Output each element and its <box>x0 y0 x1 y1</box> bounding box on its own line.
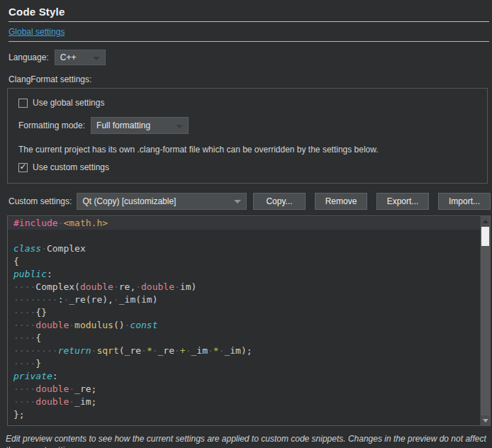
formatting-mode-row: Formatting mode: Full formatting <box>18 117 477 134</box>
language-select[interactable]: C++ <box>55 50 106 65</box>
code-line: ····{} <box>13 306 480 319</box>
code-line: { <box>13 255 480 268</box>
chevron-down-icon <box>176 125 183 128</box>
code-line: ····{ <box>13 332 480 345</box>
custom-settings-label: Custom settings: <box>9 196 72 206</box>
page-header: Code Style <box>9 6 489 22</box>
code-editor-content[interactable]: #include·<math.h>class·Complex{public:··… <box>8 217 480 425</box>
use-custom-settings-label: Use custom settings <box>33 162 109 172</box>
code-line: ····} <box>13 357 480 370</box>
code-line: public: <box>13 268 480 281</box>
page-title: Code Style <box>9 6 489 18</box>
preview-hint-text: Edit preview contents to see how the cur… <box>6 433 486 448</box>
custom-settings-buttons: Copy... Remove Export... Import... <box>253 193 491 210</box>
scrollbar-thumb[interactable] <box>481 227 489 246</box>
global-settings-link-row: Global settings <box>9 22 489 42</box>
scroll-down-button[interactable] <box>481 415 490 425</box>
use-custom-settings-checkbox[interactable]: ✓ Use custom settings <box>18 162 477 172</box>
language-label: Language: <box>9 52 49 62</box>
code-preview-editor[interactable]: #include·<math.h>class·Complex{public:··… <box>7 215 491 426</box>
code-line: private: <box>13 370 480 383</box>
language-selected-value: C++ <box>60 52 77 62</box>
triangle-up-icon <box>483 220 488 223</box>
vertical-scrollbar[interactable] <box>480 216 490 425</box>
code-line: ········return·sqrt(_re·*·_re·+·_im·*·_i… <box>13 345 480 357</box>
checkbox-unchecked-icon <box>18 99 28 108</box>
chevron-down-icon <box>93 57 100 60</box>
code-line: class·Complex <box>13 242 480 255</box>
copy-button[interactable]: Copy... <box>253 193 306 210</box>
global-settings-link[interactable]: Global settings <box>9 27 65 37</box>
code-line: ········:·_re(re),·_im(im) <box>13 293 480 306</box>
code-line: ····Complex(double·re,·double·im) <box>13 281 480 293</box>
formatting-mode-selected-value: Full formatting <box>96 121 150 130</box>
language-row: Language: C++ <box>9 50 492 65</box>
clang-format-file-note: The current project has its own .clang-f… <box>18 145 477 155</box>
clangformat-settings-label: ClangFormat settings: <box>9 74 492 84</box>
triangle-down-icon <box>483 419 488 422</box>
code-line: ····double·_im; <box>13 396 480 408</box>
code-line: #include·<math.h> <box>8 217 480 230</box>
use-global-settings-label: Use global settings <box>33 98 104 108</box>
custom-settings-row: Custom settings: Qt (Copy) [customizable… <box>9 193 491 210</box>
formatting-mode-label: Formatting mode: <box>18 121 85 130</box>
clangformat-settings-group: Use global settings Formatting mode: Ful… <box>7 88 488 184</box>
export-button[interactable]: Export... <box>376 193 429 210</box>
scroll-up-button[interactable] <box>481 216 490 226</box>
formatting-mode-select[interactable]: Full formatting <box>91 117 189 134</box>
custom-settings-select[interactable]: Qt (Copy) [customizable] <box>77 193 247 210</box>
code-line: ····double·modulus()·const <box>13 319 480 332</box>
code-line: ····double·_re; <box>13 383 480 396</box>
import-button[interactable]: Import... <box>438 193 491 210</box>
remove-button[interactable]: Remove <box>315 193 367 210</box>
code-style-settings-page: Code Style Global settings Language: C++… <box>0 6 492 448</box>
checkbox-checked-icon: ✓ <box>18 163 28 172</box>
code-line: }; <box>13 408 480 421</box>
code-line <box>13 230 480 242</box>
checkmark-glyph: ✓ <box>19 163 26 171</box>
use-global-settings-checkbox[interactable]: Use global settings <box>18 98 477 108</box>
custom-settings-selected-value: Qt (Copy) [customizable] <box>82 196 176 206</box>
chevron-down-icon <box>234 200 241 203</box>
